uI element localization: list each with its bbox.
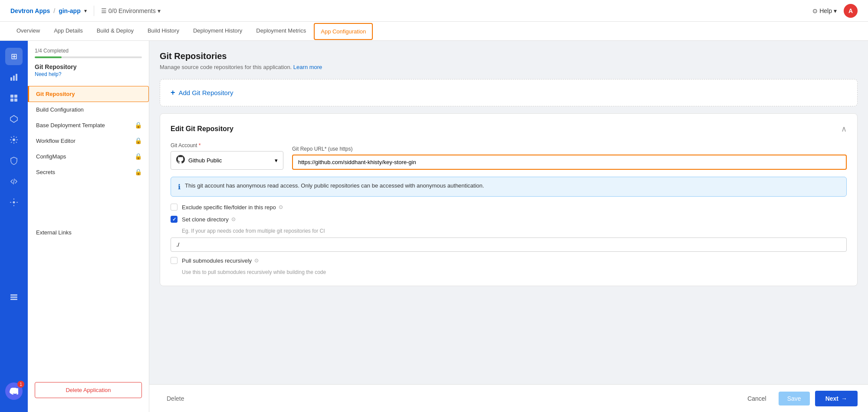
sidebar-item-configmaps[interactable]: ConfigMaps 🔒: [28, 148, 149, 164]
sidebar-item-base-deployment[interactable]: Base Deployment Template 🔒: [28, 117, 149, 133]
topbar-app-name[interactable]: gin-app: [59, 7, 81, 14]
env-icon: ☰: [101, 7, 107, 14]
github-icon: [176, 155, 185, 166]
clone-dir-checkbox[interactable]: [171, 216, 178, 223]
git-account-label: Git Account *: [171, 142, 283, 148]
sidebar-icon-analytics[interactable]: [5, 69, 23, 86]
sidebar-item-label: Workflow Editor: [36, 138, 76, 144]
delete-application-button[interactable]: Delete Application: [35, 382, 142, 398]
sidebar-item-label: Secrets: [36, 169, 55, 175]
clone-dir-input[interactable]: [171, 237, 847, 252]
submodules-checkbox-row: Pull submodules recursively ⊙: [171, 257, 847, 264]
bottom-bar: Delete Cancel Save Next →: [149, 384, 868, 412]
help-label: Help: [819, 7, 832, 14]
svg-rect-12: [10, 297, 17, 298]
topbar: Devtron Apps / gin-app ▾ ☰ 0/0 Environme…: [0, 0, 868, 22]
git-url-input[interactable]: [292, 155, 847, 170]
clone-dir-hint: Eg. If your app needs code from multiple…: [182, 228, 847, 234]
save-button[interactable]: Save: [779, 392, 810, 405]
tab-build-history[interactable]: Build History: [141, 23, 185, 39]
discord-button[interactable]: 1: [5, 382, 23, 405]
exclude-help-icon[interactable]: ⊙: [279, 204, 283, 210]
submodules-checkbox[interactable]: [171, 257, 178, 264]
sidebar-icon-helm[interactable]: [5, 110, 23, 128]
env-selector[interactable]: ☰ 0/0 Environments ▾: [101, 7, 161, 14]
select-dropdown-icon: ▾: [275, 157, 278, 164]
tab-app-details[interactable]: App Details: [48, 23, 89, 39]
sidebar-item-secrets[interactable]: Secrets 🔒: [28, 164, 149, 180]
sidebar-item-workflow-editor[interactable]: Workflow Editor 🔒: [28, 133, 149, 148]
sidebar-icon-stack[interactable]: [5, 288, 23, 306]
sidebar-nav-items: Git Repository Build Configuration Base …: [28, 82, 149, 221]
sidebar-item-build-configuration[interactable]: Build Configuration: [28, 102, 149, 117]
need-help-link[interactable]: Need help?: [35, 71, 142, 77]
tab-app-configuration[interactable]: App Configuration: [314, 23, 373, 40]
svg-rect-2: [16, 74, 17, 81]
edit-repo-title: Edit Git Repository: [171, 125, 233, 133]
git-url-group: Git Repo URL* (use https): [292, 146, 847, 170]
sidebar-item-external-links[interactable]: External Links: [35, 225, 142, 240]
help-button[interactable]: ⊙ Help ▾: [812, 7, 837, 14]
page-title: Git Repositories: [160, 51, 858, 61]
exclude-checkbox[interactable]: [171, 204, 178, 211]
sidebar-header: 1/4 Completed Git Repository Need help?: [28, 48, 149, 82]
discord-notification-badge: 1: [17, 381, 24, 388]
sidebar-icon-settings[interactable]: [5, 131, 23, 148]
git-account-value: Github Public: [188, 157, 222, 164]
content-area: Git Repositories Manage source code repo…: [149, 41, 868, 384]
progress-label: 1/4 Completed: [35, 48, 142, 54]
svg-rect-6: [14, 99, 17, 102]
info-icon: ℹ: [178, 183, 181, 191]
sidebar-icon-config[interactable]: [5, 194, 23, 211]
sidebar-icon-apps[interactable]: [5, 89, 23, 107]
svg-rect-5: [10, 99, 13, 102]
tab-overview[interactable]: Overview: [10, 23, 46, 39]
add-git-repository-button[interactable]: + Add Git Repository: [160, 79, 858, 106]
svg-rect-0: [10, 77, 12, 81]
git-account-select[interactable]: Github Public ▾: [171, 151, 283, 170]
next-label: Next: [825, 395, 838, 402]
user-avatar[interactable]: A: [844, 4, 858, 18]
bottom-bar-left: Delete: [160, 392, 735, 405]
clone-dir-help-icon[interactable]: ⊙: [231, 216, 236, 222]
next-button[interactable]: Next →: [815, 391, 858, 406]
delete-repo-button[interactable]: Delete: [160, 392, 191, 405]
svg-point-8: [13, 138, 15, 141]
current-step-title: Git Repository: [35, 63, 142, 70]
env-dropdown-icon: ▾: [158, 7, 161, 14]
git-url-label: Git Repo URL* (use https): [292, 146, 847, 152]
topbar-brand[interactable]: Devtron Apps: [10, 7, 50, 14]
sidebar-icon-code[interactable]: [5, 173, 23, 190]
git-account-group: Git Account * Github Public ▾: [171, 142, 283, 170]
nav-tabs: Overview App Details Build & Deploy Buil…: [0, 22, 868, 41]
sidebar-icon-dashboard[interactable]: ⊞: [5, 48, 23, 65]
add-icon: +: [171, 88, 175, 97]
topbar-right: ⊙ Help ▾ A: [812, 4, 858, 18]
app-dropdown-icon[interactable]: ▾: [84, 8, 87, 14]
edit-repo-header: Edit Git Repository ∧: [171, 124, 847, 134]
required-indicator: *: [199, 142, 201, 148]
sidebar-item-label: Base Deployment Template: [36, 122, 105, 129]
svg-point-10: [13, 201, 15, 204]
sidebar-item-git-repository[interactable]: Git Repository: [28, 86, 149, 102]
sidebar-item-label: Git Repository: [36, 91, 75, 97]
progress-bar-track: [35, 56, 142, 58]
tab-deployment-metrics[interactable]: Deployment Metrics: [250, 23, 312, 39]
info-text: This git account has anonymous read acce…: [185, 182, 484, 189]
collapse-button[interactable]: ∧: [841, 124, 847, 134]
learn-more-link[interactable]: Learn more: [293, 64, 322, 70]
submodules-help-icon[interactable]: ⊙: [254, 257, 259, 264]
tab-build-deploy[interactable]: Build & Deploy: [91, 23, 140, 39]
svg-rect-13: [10, 299, 17, 300]
submodules-hint: Use this to pull submodules recursively …: [182, 269, 847, 275]
topbar-separator: /: [53, 7, 55, 14]
lock-icon: 🔒: [135, 168, 142, 175]
clone-dir-checkbox-row: Set clone directory ⊙: [171, 216, 847, 223]
bottom-bar-right: Cancel Save Next →: [740, 391, 858, 406]
svg-marker-7: [10, 115, 17, 122]
tab-deployment-history[interactable]: Deployment History: [187, 23, 248, 39]
sidebar-icon-security[interactable]: [5, 152, 23, 169]
cancel-button[interactable]: Cancel: [740, 392, 773, 405]
external-links-section: External Links: [28, 221, 149, 244]
sidebar-item-label: Build Configuration: [36, 106, 84, 113]
